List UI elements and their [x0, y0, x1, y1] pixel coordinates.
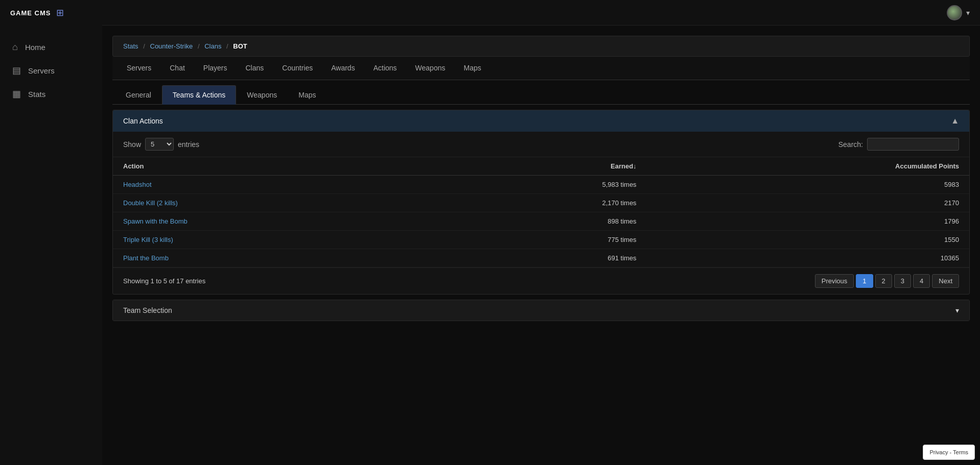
accumulated-cell: 1550: [647, 231, 969, 249]
tab-players[interactable]: Players: [194, 57, 237, 80]
table-row: Headshot5,983 times5983: [113, 176, 969, 194]
breadcrumb-counter-strike[interactable]: Counter-Strike: [150, 42, 193, 50]
table-row: Spawn with the Bomb898 times1796: [113, 212, 969, 231]
accumulated-cell: 10365: [647, 249, 969, 267]
sidebar-item-servers[interactable]: ▤ Servers: [0, 59, 102, 82]
user-menu[interactable]: ▾: [947, 5, 970, 20]
accumulated-cell: 2170: [647, 194, 969, 212]
collapse-icon: ▲: [951, 116, 959, 126]
action-cell: Spawn with the Bomb: [113, 212, 437, 231]
action-cell: Triple Kill (3 kills): [113, 231, 437, 249]
breadcrumb-current: BOT: [233, 42, 247, 50]
tab-actions[interactable]: Actions: [364, 57, 406, 80]
breadcrumb-sep-3: /: [226, 42, 228, 50]
clan-actions-header[interactable]: Clan Actions ▲: [113, 110, 969, 132]
action-link[interactable]: Spawn with the Bomb: [123, 217, 188, 225]
table-row: Triple Kill (3 kills)775 times1550: [113, 231, 969, 249]
table-row: Double Kill (2 kills)2,170 times2170: [113, 194, 969, 212]
sub-tabs: General Teams & Actions Weapons Maps: [112, 85, 970, 105]
main-content: ▾ Stats / Counter-Strike / Clans / BOT S…: [102, 0, 980, 465]
tab-weapons[interactable]: Weapons: [406, 57, 455, 80]
home-icon: ⌂: [12, 42, 18, 53]
col-earned[interactable]: Earned↓: [437, 157, 646, 176]
expand-icon: ▾: [955, 306, 959, 314]
page-4-button[interactable]: 4: [913, 274, 930, 288]
breadcrumb-sep-1: /: [143, 42, 145, 50]
accumulated-cell: 5983: [647, 176, 969, 194]
search-label: Search:: [838, 140, 863, 149]
cookie-text: Privacy - Terms: [929, 449, 968, 455]
sidebar: GAME CMS ⊞ ⌂ Home ▤ Servers ▦ Stats: [0, 0, 102, 465]
showing-text: Showing 1 to 5 of 17 entries: [123, 277, 205, 285]
next-button[interactable]: Next: [932, 274, 959, 288]
pagination: Previous 1 2 3 4 Next: [815, 274, 959, 288]
showing-label: Showing 1 to 5 of 17 entries: [123, 277, 205, 285]
discord-icon: ⊞: [56, 7, 64, 18]
earned-cell: 691 times: [437, 249, 646, 267]
action-link[interactable]: Plant the Bomb: [123, 254, 169, 262]
clan-actions-panel: Clan Actions ▲ Show 5 10 25 50 100 entri…: [112, 110, 970, 295]
cookie-notice: Privacy - Terms: [923, 445, 975, 460]
page-2-button[interactable]: 2: [875, 274, 892, 288]
action-cell: Headshot: [113, 176, 437, 194]
search-input[interactable]: [867, 138, 959, 151]
action-link[interactable]: Double Kill (2 kills): [123, 199, 178, 207]
action-cell: Plant the Bomb: [113, 249, 437, 267]
entries-select[interactable]: 5 10 25 50 100: [145, 138, 174, 151]
breadcrumb-sep-2: /: [198, 42, 200, 50]
sidebar-label-servers: Servers: [28, 66, 55, 75]
sidebar-item-stats[interactable]: ▦ Stats: [0, 82, 102, 106]
top-nav: Servers Chat Players Clans Countries Awa…: [112, 57, 970, 80]
sub-tab-general[interactable]: General: [115, 85, 162, 105]
action-link[interactable]: Headshot: [123, 181, 152, 188]
earned-cell: 2,170 times: [437, 194, 646, 212]
show-label: Show: [123, 140, 141, 149]
page-3-button[interactable]: 3: [894, 274, 911, 288]
team-selection-title: Team Selection: [123, 306, 172, 314]
tab-awards[interactable]: Awards: [322, 57, 364, 80]
avatar: [947, 5, 962, 20]
chevron-down-icon: ▾: [966, 9, 970, 17]
search-box: Search:: [838, 138, 959, 151]
breadcrumb: Stats / Counter-Strike / Clans / BOT: [112, 36, 970, 57]
earned-cell: 5,983 times: [437, 176, 646, 194]
sub-tab-teams-actions[interactable]: Teams & Actions: [162, 85, 237, 105]
breadcrumb-clans[interactable]: Clans: [204, 42, 221, 50]
tab-chat[interactable]: Chat: [160, 57, 194, 80]
content-area: Stats / Counter-Strike / Clans / BOT Ser…: [102, 26, 980, 331]
tab-maps[interactable]: Maps: [454, 57, 490, 80]
show-entries: Show 5 10 25 50 100 entries: [123, 138, 199, 151]
page-1-button[interactable]: 1: [856, 274, 873, 288]
topbar: ▾: [102, 0, 980, 26]
sidebar-logo: GAME CMS ⊞: [0, 0, 102, 26]
team-selection-header[interactable]: Team Selection ▾: [113, 300, 969, 321]
accumulated-cell: 1796: [647, 212, 969, 231]
stats-icon: ▦: [12, 88, 21, 100]
sub-tab-maps[interactable]: Maps: [288, 85, 326, 105]
tab-countries[interactable]: Countries: [273, 57, 322, 80]
team-selection-panel: Team Selection ▾: [112, 300, 970, 321]
table-row: Plant the Bomb691 times10365: [113, 249, 969, 267]
servers-icon: ▤: [12, 65, 21, 76]
col-accumulated[interactable]: Accumulated Points: [647, 157, 969, 176]
sub-tab-weapons[interactable]: Weapons: [236, 85, 288, 105]
sidebar-nav: ⌂ Home ▤ Servers ▦ Stats: [0, 31, 102, 106]
action-link[interactable]: Triple Kill (3 kills): [123, 236, 173, 243]
tab-clans[interactable]: Clans: [237, 57, 273, 80]
tab-servers[interactable]: Servers: [118, 57, 160, 80]
previous-button[interactable]: Previous: [815, 274, 854, 288]
entries-label: entries: [178, 140, 199, 149]
earned-cell: 898 times: [437, 212, 646, 231]
sidebar-label-stats: Stats: [28, 90, 45, 99]
sidebar-label-home: Home: [25, 43, 45, 52]
pagination-row: Showing 1 to 5 of 17 entries Previous 1 …: [113, 267, 969, 294]
col-action[interactable]: Action: [113, 157, 437, 176]
logo-text: GAME CMS: [10, 9, 51, 17]
breadcrumb-stats[interactable]: Stats: [123, 42, 138, 50]
sidebar-item-home[interactable]: ⌂ Home: [0, 36, 102, 59]
action-cell: Double Kill (2 kills): [113, 194, 437, 212]
clan-actions-title: Clan Actions: [123, 117, 163, 125]
table-controls: Show 5 10 25 50 100 entries Search:: [113, 132, 969, 157]
actions-table: Action Earned↓ Accumulated Points Headsh…: [113, 157, 969, 267]
earned-cell: 775 times: [437, 231, 646, 249]
